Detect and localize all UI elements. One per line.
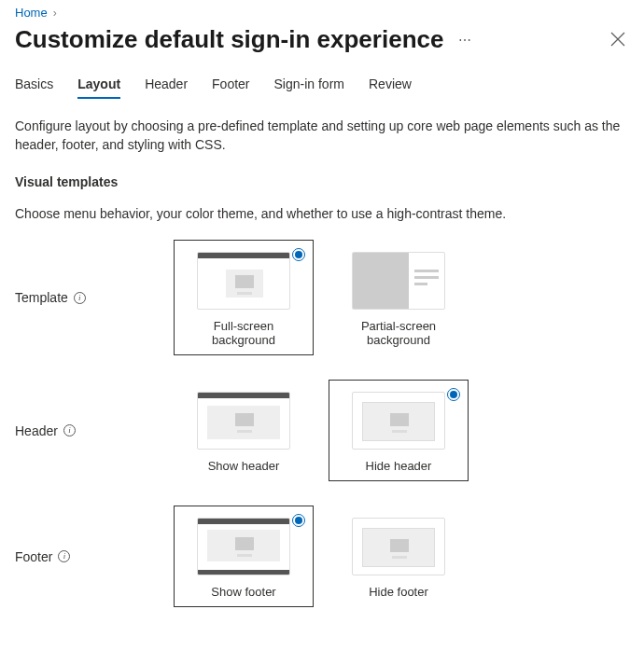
header-option-group: Header i Show header Hide header xyxy=(15,380,629,481)
footer-option-show[interactable]: Show footer xyxy=(174,506,314,607)
radio-selected-icon xyxy=(292,514,305,527)
thumbnail-show-header xyxy=(197,392,290,450)
radio-selected-icon xyxy=(292,248,305,261)
tab-bar: Basics Layout Header Footer Sign-in form… xyxy=(15,73,629,99)
thumbnail-show-footer xyxy=(197,518,290,575)
footer-option-group: Footer i Show footer Hide footer xyxy=(15,506,629,607)
breadcrumb-home-link[interactable]: Home xyxy=(15,6,48,20)
footer-option-hide[interactable]: Hide footer xyxy=(329,506,469,607)
tab-footer[interactable]: Footer xyxy=(212,73,249,99)
tab-sign-in-form[interactable]: Sign-in form xyxy=(274,73,344,99)
header-option-hide-label: Hide header xyxy=(366,459,432,473)
chevron-right-icon: › xyxy=(53,7,57,20)
page-title: Customize default sign-in experience xyxy=(15,25,443,54)
header-option-show-label: Show header xyxy=(208,459,280,473)
template-option-full-label: Full-screen background xyxy=(182,319,305,347)
thumbnail-partial-screen xyxy=(352,252,445,310)
template-option-partial-label: Partial-screen background xyxy=(337,319,460,347)
thumbnail-hide-footer xyxy=(352,518,445,575)
visual-templates-heading: Visual templates xyxy=(15,174,629,189)
template-option-partial-screen[interactable]: Partial-screen background xyxy=(329,240,469,355)
template-option-group: Template i Full-screen background Partia… xyxy=(15,240,629,355)
close-icon xyxy=(610,32,625,47)
tab-header[interactable]: Header xyxy=(145,73,188,99)
tab-basics[interactable]: Basics xyxy=(15,73,53,99)
info-icon[interactable]: i xyxy=(58,550,70,562)
close-button[interactable] xyxy=(610,32,625,47)
info-icon[interactable]: i xyxy=(63,424,76,436)
header-option-show[interactable]: Show header xyxy=(174,380,314,481)
footer-label: Footer i xyxy=(15,549,174,564)
visual-templates-sub: Choose menu behavior, your color theme, … xyxy=(15,206,629,221)
header-label-text: Header xyxy=(15,423,58,438)
thumbnail-hide-header xyxy=(352,392,445,450)
tab-review[interactable]: Review xyxy=(369,73,412,99)
footer-option-hide-label: Hide footer xyxy=(369,585,428,599)
tab-layout[interactable]: Layout xyxy=(77,73,120,99)
header-label: Header i xyxy=(15,423,174,438)
breadcrumb: Home › xyxy=(15,6,629,20)
template-option-full-screen[interactable]: Full-screen background xyxy=(174,240,314,355)
template-label-text: Template xyxy=(15,290,68,305)
radio-selected-icon xyxy=(447,388,460,401)
more-actions-button[interactable]: ⋯ xyxy=(453,30,477,50)
footer-option-show-label: Show footer xyxy=(211,585,275,599)
footer-label-text: Footer xyxy=(15,549,52,564)
layout-description: Configure layout by choosing a pre-defin… xyxy=(15,118,622,154)
thumbnail-full-screen xyxy=(197,252,290,310)
info-icon[interactable]: i xyxy=(74,292,86,304)
header-option-hide[interactable]: Hide header xyxy=(329,380,469,481)
template-label: Template i xyxy=(15,290,174,305)
